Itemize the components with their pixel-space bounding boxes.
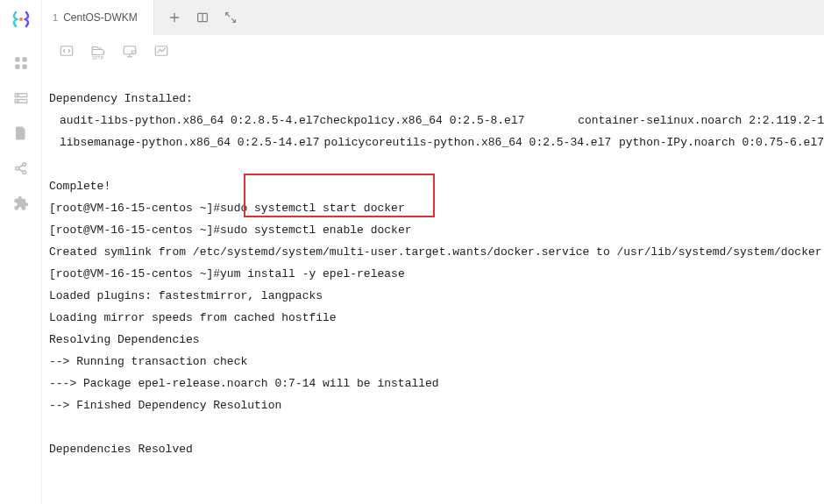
file-icon[interactable] <box>12 124 30 142</box>
main-area: 1 CentOS-DWKM SFTP <box>42 0 824 504</box>
output-line: --> Finished Dependency Resolution <box>47 394 824 416</box>
dep-cell: policycoreutils-python.x86_64 0:2.5-34.e… <box>324 131 619 153</box>
terminal[interactable]: Dependency Installed: audit-libs-python.… <box>42 67 824 460</box>
svg-rect-3 <box>15 65 19 69</box>
svg-rect-2 <box>22 57 26 61</box>
prompt-prefix: [root@VM-16-15-centos ~]# <box>49 263 220 285</box>
code-tool-icon[interactable] <box>58 42 75 60</box>
tab-title: CentOS-DWKM <box>63 11 138 24</box>
share-icon[interactable] <box>12 160 30 177</box>
chart-tool-icon[interactable] <box>153 42 170 60</box>
toolbar: SFTP <box>42 35 824 67</box>
prompt-cmd: sudo systemctl start docker <box>220 197 405 219</box>
split-view-icon[interactable] <box>195 10 210 25</box>
sftp-tool-icon[interactable]: SFTP <box>89 42 107 60</box>
dep-cell: audit-libs-python.x86_64 0:2.8.5-4.el7 <box>60 110 319 131</box>
output-line: Loading mirror speeds from cached hostfi… <box>47 307 824 329</box>
sftp-label: SFTP <box>92 55 103 60</box>
svg-line-13 <box>18 169 23 172</box>
dep-installed-header: Dependency Installed: <box>47 88 824 110</box>
prompt-cmd: yum install -y epel-release <box>220 263 405 285</box>
tab-centos[interactable]: 1 CentOS-DWKM <box>42 0 154 35</box>
svg-rect-4 <box>22 65 26 69</box>
blank-line <box>47 416 824 438</box>
prompt-cmd: sudo systemctl enable docker <box>220 219 411 241</box>
symlink-line: Created symlink from /etc/systemd/system… <box>47 241 824 263</box>
svg-point-0 <box>19 18 23 21</box>
output-line: Loaded plugins: fastestmirror, langpacks <box>47 285 824 307</box>
svg-line-12 <box>18 165 23 167</box>
svg-point-7 <box>17 95 18 96</box>
titlebar-actions <box>154 10 238 25</box>
prompt-line: [root@VM-16-15-centos ~]# yum install -y… <box>47 263 824 285</box>
svg-rect-22 <box>131 51 136 53</box>
svg-point-8 <box>17 101 18 102</box>
add-tab-icon[interactable] <box>167 10 182 25</box>
prompt-prefix: [root@VM-16-15-centos ~]# <box>49 219 220 241</box>
dep-row: libsemanage-python.x86_64 0:2.5-14.el7 p… <box>47 131 824 153</box>
complete-line: Complete! <box>47 175 824 197</box>
left-sidebar <box>0 0 42 504</box>
dashboard-icon[interactable] <box>12 54 30 72</box>
deps-resolved-line: Dependencies Resolved <box>47 438 824 460</box>
app-logo-icon[interactable] <box>11 9 32 30</box>
prompt-line: [root@VM-16-15-centos ~]# sudo systemctl… <box>47 219 824 241</box>
monitor-tool-icon[interactable] <box>121 42 139 60</box>
prompt-prefix: [root@VM-16-15-centos ~]# <box>49 197 220 219</box>
dep-cell: python-IPy.noarch 0:0.75-6.el7 <box>619 131 824 153</box>
tab-index: 1 <box>53 12 58 23</box>
prompt-line: [root@VM-16-15-centos ~]# sudo systemctl… <box>47 197 824 219</box>
output-line: ---> Package epel-release.noarch 0:7-14 … <box>47 373 824 394</box>
output-line: Resolving Dependencies <box>47 329 824 351</box>
dep-cell: checkpolicy.x86_64 0:2.5-8.el7 <box>319 110 578 131</box>
blank-line <box>47 153 824 175</box>
expand-icon[interactable] <box>223 10 238 25</box>
dep-row: audit-libs-python.x86_64 0:2.8.5-4.el7 c… <box>47 110 824 131</box>
dep-cell: container-selinux.noarch 2:2.119.2-1 <box>578 110 824 131</box>
output-line: --> Running transaction check <box>47 351 824 373</box>
dep-cell: libsemanage-python.x86_64 0:2.5-14.el7 <box>60 131 324 153</box>
terminal-wrap: Dependency Installed: audit-libs-python.… <box>42 67 824 460</box>
svg-rect-1 <box>15 57 19 61</box>
title-bar: 1 CentOS-DWKM <box>42 0 824 35</box>
extension-icon[interactable] <box>12 195 30 212</box>
svg-rect-18 <box>60 46 73 56</box>
server-icon[interactable] <box>12 89 30 107</box>
